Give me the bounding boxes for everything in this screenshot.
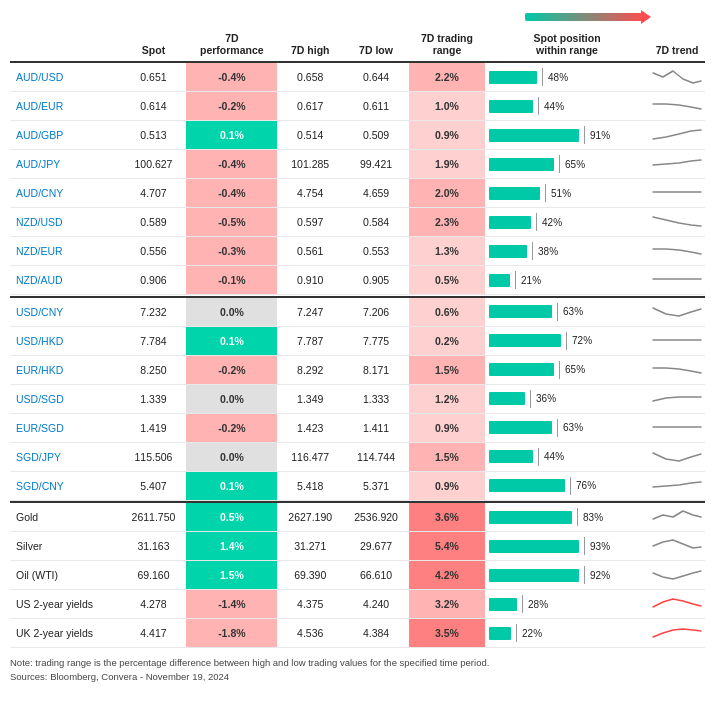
perf-value: 0.5% (186, 502, 277, 532)
spot-pct-label: 92% (590, 570, 610, 581)
high-value: 8.292 (277, 355, 343, 384)
trend-cell (649, 266, 705, 295)
spot-value: 100.627 (121, 150, 187, 179)
spot-pct-label: 91% (590, 130, 610, 141)
spot-pct-label: 22% (522, 628, 542, 639)
spot-bar-cell: 36% (485, 384, 649, 413)
notes-section: Note: trading range is the percentage di… (10, 656, 705, 685)
spot-value: 4.278 (121, 590, 187, 619)
spot-value: 1.339 (121, 384, 187, 413)
low-value: 5.371 (343, 471, 409, 500)
spot-bar (489, 305, 552, 318)
spot-bar (489, 540, 579, 553)
perf-value: -0.2% (186, 92, 277, 121)
spot-bar-cell: 92% (485, 561, 649, 590)
low-value: 7.775 (343, 326, 409, 355)
high-value: 7.787 (277, 326, 343, 355)
note-line-2: Sources: Bloomberg, Convera - November 1… (10, 670, 705, 684)
spot-bar-cell: 21% (485, 266, 649, 295)
range-value: 1.0% (409, 92, 485, 121)
pair-label: Oil (WTI) (10, 561, 121, 590)
low-value: 2536.920 (343, 502, 409, 532)
trend-cell (649, 179, 705, 208)
spot-bar-cell: 22% (485, 619, 649, 648)
spot-bar (489, 274, 510, 287)
spot-bar (489, 334, 561, 347)
high-value: 0.658 (277, 62, 343, 92)
range-value: 4.2% (409, 561, 485, 590)
low-value: 4.659 (343, 179, 409, 208)
spot-bar-cell: 44% (485, 92, 649, 121)
low-value: 0.553 (343, 237, 409, 266)
high-value: 4.375 (277, 590, 343, 619)
spot-bar-cell: 63% (485, 413, 649, 442)
main-table: Spot 7Dperformance 7D high 7D low 7D tra… (10, 27, 705, 648)
range-value: 1.9% (409, 150, 485, 179)
trend-cell (649, 413, 705, 442)
trend-cell (649, 121, 705, 150)
spot-bar (489, 421, 552, 434)
spot-pct-label: 48% (548, 72, 568, 83)
col-header-spot-position: Spot positionwithin range (485, 27, 649, 62)
low-value: 1.333 (343, 384, 409, 413)
trend-cell (649, 471, 705, 500)
spot-bar-cell: 42% (485, 208, 649, 237)
spot-value: 31.163 (121, 532, 187, 561)
col-header-low: 7D low (343, 27, 409, 62)
spot-bar (489, 216, 531, 229)
low-value: 66.610 (343, 561, 409, 590)
range-value: 0.2% (409, 326, 485, 355)
spot-bar (489, 598, 517, 611)
low-value: 4.240 (343, 590, 409, 619)
trend-cell (649, 208, 705, 237)
spot-bar-cell: 38% (485, 237, 649, 266)
spot-pct-label: 21% (521, 275, 541, 286)
pair-label: AUD/EUR (10, 92, 121, 121)
spot-bar (489, 511, 572, 524)
high-value: 0.597 (277, 208, 343, 237)
pair-label: SGD/JPY (10, 442, 121, 471)
range-value: 2.2% (409, 62, 485, 92)
perf-value: -0.3% (186, 237, 277, 266)
range-value: 1.5% (409, 355, 485, 384)
low-value: 0.644 (343, 62, 409, 92)
pair-label: AUD/JPY (10, 150, 121, 179)
range-value: 0.5% (409, 266, 485, 295)
pair-label: AUD/CNY (10, 179, 121, 208)
low-value: 0.905 (343, 266, 409, 295)
perf-value: -0.2% (186, 355, 277, 384)
high-value: 2627.190 (277, 502, 343, 532)
pair-label: EUR/HKD (10, 355, 121, 384)
high-value: 0.561 (277, 237, 343, 266)
spot-value: 0.614 (121, 92, 187, 121)
perf-value: -0.4% (186, 62, 277, 92)
trend-cell (649, 150, 705, 179)
spot-bar-cell: 83% (485, 502, 649, 532)
spot-pct-label: 36% (536, 393, 556, 404)
trend-cell (649, 532, 705, 561)
spot-pct-label: 76% (576, 480, 596, 491)
spot-value: 0.556 (121, 237, 187, 266)
perf-value: -1.4% (186, 590, 277, 619)
spot-value: 0.513 (121, 121, 187, 150)
pair-label: Gold (10, 502, 121, 532)
perf-value: 0.0% (186, 442, 277, 471)
low-value: 1.411 (343, 413, 409, 442)
spot-pct-label: 28% (528, 599, 548, 610)
col-header-trend: 7D trend (649, 27, 705, 62)
spot-value: 0.651 (121, 62, 187, 92)
range-value: 0.6% (409, 297, 485, 327)
col-header-pair (10, 27, 121, 62)
spot-bar (489, 627, 511, 640)
range-value: 3.5% (409, 619, 485, 648)
pair-label: AUD/USD (10, 62, 121, 92)
trend-cell (649, 619, 705, 648)
spot-bar (489, 100, 533, 113)
pair-label: EUR/SGD (10, 413, 121, 442)
perf-value: -0.2% (186, 413, 277, 442)
spot-bar (489, 363, 554, 376)
range-value: 0.9% (409, 413, 485, 442)
pair-label: USD/SGD (10, 384, 121, 413)
perf-value: -1.8% (186, 619, 277, 648)
low-value: 29.677 (343, 532, 409, 561)
